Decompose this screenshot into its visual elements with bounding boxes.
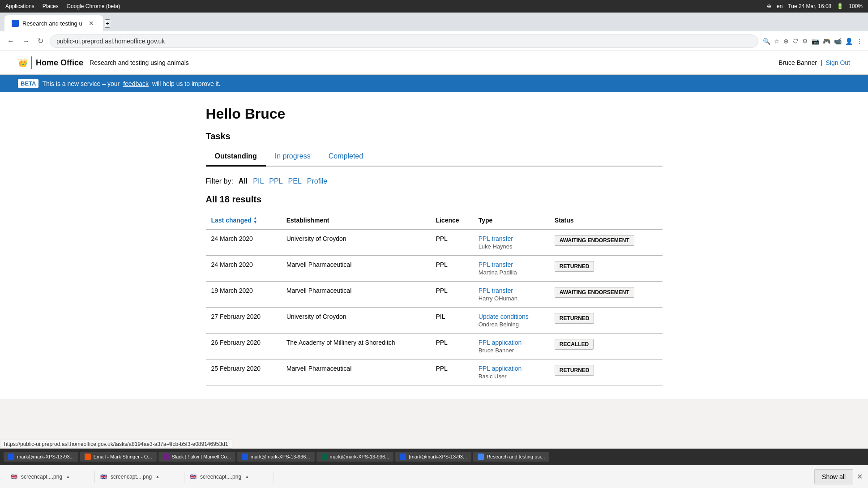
type-link[interactable]: Update conditions xyxy=(479,313,529,320)
col-establishment: Establishment xyxy=(281,212,431,229)
filter-pel[interactable]: PEL xyxy=(288,177,302,185)
status-badge: RECALLED xyxy=(555,339,594,350)
cell-date: 19 March 2020 xyxy=(206,282,281,308)
tab-in-progress[interactable]: In progress xyxy=(266,148,320,166)
table-row: 24 March 2020 Marvell Pharmaceutical PPL… xyxy=(206,256,663,282)
cell-status: RECALLED xyxy=(549,334,663,360)
taskbar-item-6[interactable]: [mark@mark-XPS-13-93... xyxy=(395,452,471,462)
tab-favicon xyxy=(12,20,19,27)
sort-last-changed[interactable]: Last changed ▲▼ xyxy=(211,216,276,224)
sign-out-link[interactable]: Sign Out xyxy=(826,59,850,66)
download-chevron-3[interactable]: ▲ xyxy=(245,474,249,479)
type-link[interactable]: PPL transfer xyxy=(479,235,513,242)
main-content: Hello Bruce Tasks Outstanding In progres… xyxy=(188,92,680,399)
taskbar-favicon-2 xyxy=(85,454,91,460)
cell-date: 26 February 2020 xyxy=(206,334,281,360)
download-chevron-1[interactable]: ▲ xyxy=(66,474,70,479)
type-link[interactable]: PPL application xyxy=(479,339,522,346)
cell-licence: PPL xyxy=(430,334,473,360)
page-greeting: Hello Bruce xyxy=(206,106,663,122)
type-link[interactable]: PPL transfer xyxy=(479,261,513,268)
table-row: 26 February 2020 The Academy of Milliner… xyxy=(206,334,663,360)
tab-completed[interactable]: Completed xyxy=(320,148,372,166)
reload-button[interactable]: ↻ xyxy=(36,35,45,47)
tab-bar: Research and testing u ✕ + xyxy=(0,13,868,31)
cell-status: AWAITING ENDORSEMENT xyxy=(549,229,663,256)
extension-icon-6[interactable]: 📹 xyxy=(834,38,842,45)
more-options-icon[interactable]: ⋮ xyxy=(856,38,863,45)
type-person: Bruce Banner xyxy=(479,347,544,354)
tab-outstanding[interactable]: Outstanding xyxy=(206,148,266,167)
back-button[interactable]: ← xyxy=(5,35,16,47)
table-row: 19 March 2020 Marvell Pharmaceutical PPL… xyxy=(206,282,663,308)
col-last-changed: Last changed ▲▼ xyxy=(206,212,281,229)
download-item-1: 🇬🇧 screencapt....png ▲ xyxy=(5,471,95,483)
download-name-2: screencapt....png xyxy=(111,474,152,480)
os-status: ⊕ en Tue 24 Mar, 16:08 🔋 100% xyxy=(767,3,863,9)
taskbar-item-2[interactable]: Email - Mark Stringer - O... xyxy=(80,452,157,462)
col-licence: Licence xyxy=(430,212,473,229)
url-input[interactable]: public-ui.preprod.asl.homeoffice.gov.uk xyxy=(50,34,758,48)
new-tab-button[interactable]: + xyxy=(105,19,110,28)
user-name: Bruce Banner xyxy=(778,59,817,66)
filter-all[interactable]: All xyxy=(239,177,248,185)
download-flag-3: 🇬🇧 xyxy=(190,474,197,480)
extension-icon-3[interactable]: ⚙ xyxy=(802,38,808,45)
type-person: Harry OHuman xyxy=(479,295,544,302)
taskbar-item-3[interactable]: Slack | ! ukvi | Marvell Co... xyxy=(158,452,235,462)
status-url-bar: https://public-ui.preprod.asl.homeoffice… xyxy=(0,440,232,449)
taskbar-label-6: [mark@mark-XPS-13-93... xyxy=(409,454,467,459)
taskbar-favicon-4 xyxy=(242,454,248,460)
feedback-link[interactable]: feedback xyxy=(123,80,149,87)
extension-icon-2[interactable]: 🛡 xyxy=(792,38,799,45)
table-row: 24 March 2020 University of Croydon PPL … xyxy=(206,229,663,256)
os-menu-chrome[interactable]: Google Chrome (beta) xyxy=(67,3,120,9)
show-all-button[interactable]: Show all xyxy=(814,469,853,484)
filter-profile[interactable]: Profile xyxy=(307,177,327,185)
search-icon[interactable]: 🔍 xyxy=(763,38,770,45)
taskbar-item-4[interactable]: mark@mark-XPS-13-936... xyxy=(237,452,315,462)
os-menu-places[interactable]: Places xyxy=(43,3,59,9)
address-bar: ← → ↻ public-ui.preprod.asl.homeoffice.g… xyxy=(0,31,868,51)
os-menu-applications[interactable]: Applications xyxy=(5,3,34,9)
cell-type: PPL application Bruce Banner xyxy=(473,334,549,360)
filter-ppl[interactable]: PPL xyxy=(269,177,282,185)
taskbar-item-5[interactable]: mark@mark-XPS-13-936... xyxy=(316,452,394,462)
cell-type: PPL transfer Harry OHuman xyxy=(473,282,549,308)
extension-icon-4[interactable]: 📷 xyxy=(812,38,819,45)
cell-establishment: University of Croydon xyxy=(281,229,431,256)
forward-button[interactable]: → xyxy=(21,35,31,47)
taskbar-item-1[interactable]: mark@mark-XPS-13-93... xyxy=(4,452,78,462)
download-flag-2: 🇬🇧 xyxy=(100,474,107,480)
profile-icon[interactable]: 👤 xyxy=(845,38,853,45)
tasks-table: Last changed ▲▼ Establishment Licence Ty… xyxy=(206,212,663,385)
close-tab-button[interactable]: ✕ xyxy=(89,20,94,27)
beta-text-after: will help us to improve it. xyxy=(152,80,221,87)
cell-establishment: The Academy of Millinery at Shoreditch xyxy=(281,334,431,360)
type-link[interactable]: PPL application xyxy=(479,365,522,372)
type-person: Martina Padilla xyxy=(479,269,544,276)
filter-label: Filter by: xyxy=(206,177,233,185)
status-badge: AWAITING ENDORSEMENT xyxy=(555,287,634,298)
extension-icon-1[interactable]: ⊕ xyxy=(783,38,789,45)
type-link[interactable]: PPL transfer xyxy=(479,287,513,294)
taskbar-favicon-6 xyxy=(400,454,406,460)
cell-type: Update conditions Ondrea Beining xyxy=(473,308,549,334)
tab-title: Research and testing u xyxy=(22,20,82,27)
bookmark-icon[interactable]: ☆ xyxy=(774,38,780,45)
cell-status: RETURNED xyxy=(549,256,663,282)
close-downloads-button[interactable]: ✕ xyxy=(857,472,863,481)
col-last-changed-label: Last changed xyxy=(211,217,252,224)
filter-row: Filter by: All PIL PPL PEL Profile xyxy=(206,177,663,185)
taskbar-favicon-1 xyxy=(8,454,14,460)
filter-pil[interactable]: PIL xyxy=(253,177,264,185)
extension-icon-5[interactable]: 🎮 xyxy=(823,38,830,45)
taskbar-item-7[interactable]: Research and testing usi... xyxy=(473,452,549,462)
language-indicator: en xyxy=(777,3,782,9)
cell-date: 25 February 2020 xyxy=(206,360,281,385)
active-tab[interactable]: Research and testing u ✕ xyxy=(4,15,103,31)
cell-establishment: University of Croydon xyxy=(281,308,431,334)
nav-title: Research and testing using animals xyxy=(90,59,189,66)
table-header: Last changed ▲▼ Establishment Licence Ty… xyxy=(206,212,663,229)
download-chevron-2[interactable]: ▲ xyxy=(155,474,160,479)
